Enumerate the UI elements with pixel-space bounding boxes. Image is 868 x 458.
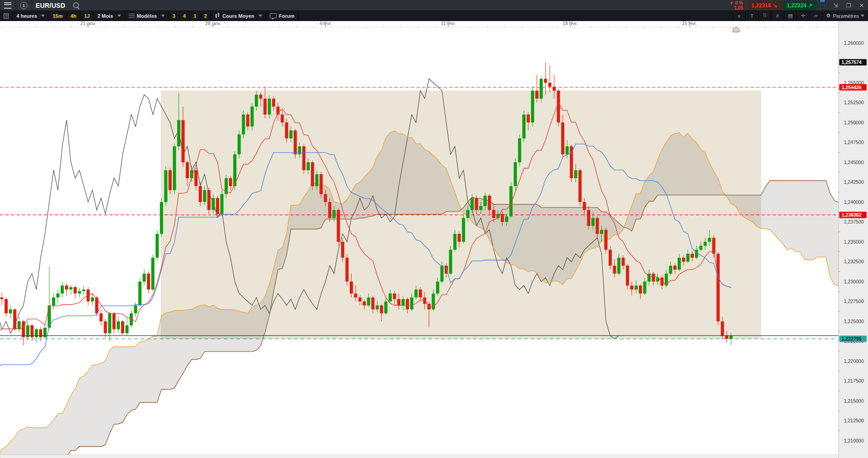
- candle-body: [82, 289, 85, 291]
- candle-body: [617, 258, 621, 274]
- candle-body: [302, 146, 305, 170]
- candle-body: [91, 298, 94, 302]
- candle-body: [725, 336, 728, 339]
- search-button[interactable]: [69, 0, 83, 11]
- candle-body: [358, 298, 362, 302]
- candle-body: [0, 298, 4, 299]
- windows-layout-button[interactable]: ▤: [784, 11, 796, 21]
- candle-body: [708, 238, 711, 242]
- candle-body: [686, 254, 689, 261]
- candle-body: [324, 194, 327, 202]
- chevron-down-icon: [861, 15, 864, 17]
- forum-button[interactable]: Forum: [266, 11, 299, 21]
- drawing-tool-button[interactable]: #: [771, 11, 784, 21]
- price-axis-label: 1,220000: [844, 358, 864, 364]
- toolbar-right-group: ≡ T ⠿ # ▤ ✛ ▱ ⚙ Paramètres: [732, 11, 868, 21]
- sell-price-button[interactable]: 1,22316 ↘: [747, 0, 781, 11]
- close-window-button[interactable]: ✕: [855, 2, 868, 9]
- candle-body: [61, 286, 64, 293]
- price-axis-label: 1,235000: [844, 239, 864, 245]
- price-axis-label: 1,227500: [844, 298, 864, 304]
- text-tool-button[interactable]: T: [745, 11, 758, 21]
- parameters-label: Paramètres: [833, 13, 859, 19]
- popout-window-button[interactable]: ❐: [842, 2, 855, 9]
- candle-body: [635, 286, 638, 290]
- bid-price: 1,22316: [751, 2, 771, 9]
- quick-timeframe-1j[interactable]: 1J: [80, 11, 94, 21]
- price-axis-label: 1,250000: [844, 120, 864, 125]
- candle-body: [488, 196, 491, 210]
- candle-body: [540, 79, 543, 99]
- close-icon: ✕: [859, 2, 864, 9]
- candle-body: [453, 234, 457, 250]
- candle-body: [548, 83, 552, 87]
- model-slot-3[interactable]: 3: [169, 11, 179, 21]
- horizontal-scrollbar[interactable]: [0, 455, 838, 458]
- top-bar: 1 EUR/USD ▼ 0 % 1,05 1,22316 ↘ 1,22324 ↗…: [0, 0, 868, 11]
- popout-icon: ❐: [846, 2, 851, 9]
- candle-body: [39, 329, 42, 337]
- grid-tool-button[interactable]: ⠿: [758, 11, 771, 21]
- model-slot-1[interactable]: 1: [190, 11, 200, 21]
- candle-body: [669, 266, 672, 273]
- candle-body: [471, 198, 474, 210]
- crosshair-tool-button[interactable]: ✛: [796, 11, 809, 21]
- price-axis-label: 1,260000: [844, 40, 864, 46]
- candle-body: [587, 210, 590, 226]
- candle-body: [526, 115, 530, 122]
- candle-body: [216, 198, 219, 214]
- candle-body: [281, 115, 284, 122]
- candle-body: [212, 198, 215, 210]
- buy-price-button[interactable]: 1,22324 ↗: [783, 0, 816, 11]
- model-slot-2[interactable]: 2: [200, 11, 211, 21]
- chart-number-button[interactable]: 1: [16, 0, 32, 11]
- hamburger-icon: [4, 2, 11, 9]
- model-slot-4[interactable]: 4: [179, 11, 190, 21]
- candle-body: [13, 309, 16, 330]
- price-chart-canvas[interactable]: 21 janv.28 janv.4 févr.11 févr.18 févr.2…: [0, 21, 868, 458]
- candle-body: [415, 289, 418, 297]
- candle-body: [389, 293, 392, 301]
- candle-body: [376, 305, 379, 309]
- candle-body: [229, 178, 232, 186]
- timeframe-dropdown[interactable]: 4 heures: [13, 11, 49, 21]
- parameters-dropdown[interactable]: ⚙ Paramètres: [822, 11, 868, 21]
- text-tool-icon: T: [750, 13, 753, 19]
- svg-text:1,238382: 1,238382: [842, 212, 862, 218]
- crosshair-icon: ✛: [801, 13, 805, 19]
- arrow-up-icon: ↗: [808, 2, 813, 9]
- collapse-window-button[interactable]: ⇲: [829, 2, 842, 9]
- price-axis-label: 1,237500: [844, 219, 864, 224]
- ask-price: 1,22324: [787, 2, 806, 9]
- price-badge: 1,238382: [839, 212, 867, 218]
- candle-body: [95, 298, 98, 314]
- price-scale-tool-button[interactable]: ≡: [732, 11, 745, 21]
- candle-body: [721, 321, 724, 336]
- candle-body: [630, 286, 633, 290]
- models-dropdown[interactable]: Modèles: [125, 11, 169, 21]
- shape-tool-button[interactable]: ▱: [809, 11, 822, 21]
- main-menu-button[interactable]: [0, 0, 16, 11]
- windows-icon: ▤: [788, 13, 793, 19]
- quick-timeframe-15m[interactable]: 15m: [49, 11, 67, 21]
- chevron-down-icon: [117, 15, 121, 17]
- candle-body: [263, 99, 267, 115]
- candle-body: [699, 246, 702, 250]
- candle-body: [626, 266, 629, 286]
- candle-body: [35, 329, 38, 337]
- candle-body: [609, 250, 612, 266]
- candle-body: [363, 302, 366, 306]
- price-axis-label: 1,217500: [844, 378, 864, 383]
- chart-list-button[interactable]: [0, 11, 13, 21]
- quick-timeframe-4h[interactable]: 4h: [67, 11, 80, 21]
- price-type-dropdown[interactable]: Cours Moyen: [211, 11, 266, 21]
- range-dropdown[interactable]: 2 Mois: [94, 11, 125, 21]
- candle-body: [514, 162, 517, 186]
- price-axis-label: 1,232500: [844, 259, 864, 264]
- candle-body: [440, 266, 443, 282]
- candle-body: [462, 218, 465, 242]
- price-axis-label: 1,215000: [844, 398, 864, 404]
- candle-body: [647, 274, 651, 282]
- price-axis-label: 1,240000: [844, 199, 864, 205]
- date-label: 18 févr.: [563, 21, 578, 26]
